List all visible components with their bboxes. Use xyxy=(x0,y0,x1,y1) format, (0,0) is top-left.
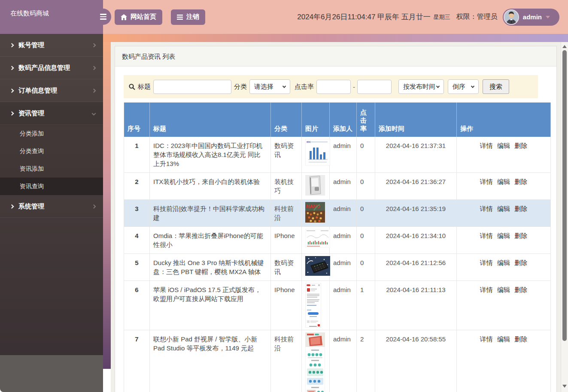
category-select[interactable]: 请选择 xyxy=(249,79,290,94)
article-title: 科技前沿|效率提升！中国科学家成功构建 xyxy=(150,200,271,227)
article-time: 2024-04-16 21:11:13 xyxy=(375,281,457,330)
article-clicks: 2 xyxy=(357,330,375,392)
sidebar-toggle-button[interactable] xyxy=(95,9,111,25)
svg-text:IDC: IDC xyxy=(307,141,311,143)
article-clicks: 0 xyxy=(357,173,375,200)
detail-link[interactable]: 详情 xyxy=(480,232,493,239)
detail-link[interactable]: 详情 xyxy=(480,142,493,149)
vertical-scrollbar[interactable] xyxy=(561,42,568,392)
article-category: 数码资讯 xyxy=(271,254,302,281)
home-button[interactable]: 网站首页 xyxy=(115,9,162,25)
category-label: 分类 xyxy=(234,83,247,91)
sidebar-subitem-news-add[interactable]: 资讯添加 xyxy=(0,160,103,178)
article-clicks: 0 xyxy=(357,254,375,281)
scroll-up-arrow-icon[interactable] xyxy=(562,45,567,48)
detail-link[interactable]: 详情 xyxy=(480,335,493,343)
stock-chart-thumbnail xyxy=(305,229,330,248)
detail-link[interactable]: 详情 xyxy=(480,259,493,266)
edit-link[interactable]: 编辑 xyxy=(497,142,510,149)
scrollbar-thumb[interactable] xyxy=(562,50,567,341)
sidebar-item-system[interactable]: 系统管理 xyxy=(0,195,103,218)
sidebar-subitem-news-query[interactable]: 资讯查询 xyxy=(0,178,103,195)
sidebar-item-products[interactable]: 数码产品信息管理 xyxy=(0,57,103,79)
title-search-label: 标题 xyxy=(138,83,151,91)
col-header-image: 图片 xyxy=(302,103,330,137)
delete-link[interactable]: 删除 xyxy=(514,335,527,343)
row-index: 6 xyxy=(124,281,150,330)
main-content: 数码产品资讯 列表 标题 分类 请选择 点击率 - 按发布 xyxy=(111,42,561,392)
sidebar: 账号管理 数码产品信息管理 订单信息管理 资讯管理 分类添加 分类查询 资讯添加… xyxy=(0,34,103,355)
col-header-actions: 操作 xyxy=(457,103,551,137)
user-menu[interactable]: admin xyxy=(503,9,559,26)
sidebar-item-account[interactable]: 账号管理 xyxy=(0,34,103,57)
detail-link[interactable]: 详情 xyxy=(480,286,493,293)
clicks-min-input[interactable] xyxy=(316,80,351,94)
delete-link[interactable]: 删除 xyxy=(514,142,527,149)
row-index: 7 xyxy=(124,330,150,392)
edit-link[interactable]: 编辑 xyxy=(497,205,510,212)
sort-order-select[interactable]: 倒序 xyxy=(448,79,479,94)
delete-link[interactable]: 删除 xyxy=(514,205,527,212)
edit-link[interactable]: 编辑 xyxy=(497,178,510,185)
detail-link[interactable]: 详情 xyxy=(480,205,493,212)
article-category: IPhone xyxy=(271,227,302,254)
article-time: 2024-04-16 21:37:31 xyxy=(375,137,457,173)
scroll-down-arrow-icon[interactable] xyxy=(562,385,567,388)
list-icon xyxy=(177,15,183,20)
article-title: IDC：2023年中国国内数码工业打印机整体市场规模收入高达8.1亿美元 同比上… xyxy=(150,137,271,173)
article-title: Ducky 推出 One 3 Pro 纳斯卡线机械键盘：三色 PBT 键帽，樱桃… xyxy=(150,254,271,281)
table-row: 6 苹果 iOS / iPadOS 17.5 正式版发布，欧盟用户可直接从网站下… xyxy=(124,281,551,330)
sidebar-item-news[interactable]: 资讯管理 xyxy=(0,102,103,125)
edit-link[interactable]: 编辑 xyxy=(497,335,510,343)
row-index: 2 xyxy=(124,173,150,200)
weekday-text: 星期三 xyxy=(434,13,450,21)
chevron-down-icon xyxy=(92,111,96,115)
news-submenu: 分类添加 分类查询 资讯添加 资讯查询 xyxy=(0,125,103,195)
article-time: 2024-04-16 21:34:10 xyxy=(375,227,457,254)
gradient-strip xyxy=(103,34,568,42)
delete-link[interactable]: 删除 xyxy=(514,232,527,239)
article-adder: admin xyxy=(330,281,357,330)
logout-button[interactable]: 注销 xyxy=(171,9,205,25)
avatar xyxy=(504,9,519,25)
sidebar-subitem-category-query[interactable]: 分类查询 xyxy=(0,142,103,160)
article-adder: admin xyxy=(330,254,357,281)
search-button[interactable]: 搜索 xyxy=(483,79,509,94)
nano-crowd-thumbnail: NANO xyxy=(305,202,325,223)
panel-title: 数码产品资讯 列表 xyxy=(115,46,556,66)
sidebar-footer xyxy=(0,355,103,392)
sidebar-item-orders[interactable]: 订单信息管理 xyxy=(0,79,103,102)
pc-case-thumbnail xyxy=(305,175,325,196)
news-list-panel: 数码产品资讯 列表 标题 分类 请选择 点击率 - 按发布 xyxy=(115,46,557,392)
clicks-label: 点击率 xyxy=(295,83,314,91)
sort-field-select[interactable]: 按发布时间 xyxy=(398,79,444,94)
dropdown-caret-icon xyxy=(546,16,550,18)
permission-text: 权限：管理员 xyxy=(456,12,498,21)
col-header-id: 序号 xyxy=(124,103,150,137)
table-row: 4 Omdia：苹果推出折叠屏iPhone的可能性很小 IPhone xyxy=(124,227,551,254)
article-category: IPhone xyxy=(271,281,302,330)
col-header-clicks: 点击率 xyxy=(357,103,375,137)
sidebar-subitem-category-add[interactable]: 分类添加 xyxy=(0,125,103,142)
edit-link[interactable]: 编辑 xyxy=(497,232,510,239)
title-search-input[interactable] xyxy=(153,80,231,94)
article-adder: admin xyxy=(330,173,357,200)
article-category: 数码资讯 xyxy=(271,137,302,173)
edit-link[interactable]: 编辑 xyxy=(497,286,510,293)
chevron-right-icon xyxy=(10,111,14,115)
top-header: 网站首页 注销 2024年6月26日11:04:47 甲辰年 五月廿一 星期三 … xyxy=(103,0,568,34)
delete-link[interactable]: 删除 xyxy=(514,259,527,266)
delete-link[interactable]: 删除 xyxy=(514,178,527,185)
edit-link[interactable]: 编辑 xyxy=(497,259,510,266)
article-adder: admin xyxy=(330,330,357,392)
article-time: 2024-04-16 21:36:27 xyxy=(375,173,457,200)
article-category: 科技前沿 xyxy=(271,200,302,227)
clicks-max-input[interactable] xyxy=(357,80,392,94)
table-header-row: 序号 标题 分类 图片 添加人 点击率 添加时间 操作 xyxy=(124,103,551,137)
article-time: 2024-04-16 21:35:19 xyxy=(375,200,457,227)
table-row: 2 ITX装机小技巧，来自小白的装机体验 装机技巧 xyxy=(124,173,551,200)
col-header-time: 添加时间 xyxy=(375,103,457,137)
detail-link[interactable]: 详情 xyxy=(480,178,493,185)
delete-link[interactable]: 删除 xyxy=(514,286,527,293)
chevron-down-icon xyxy=(436,84,440,87)
